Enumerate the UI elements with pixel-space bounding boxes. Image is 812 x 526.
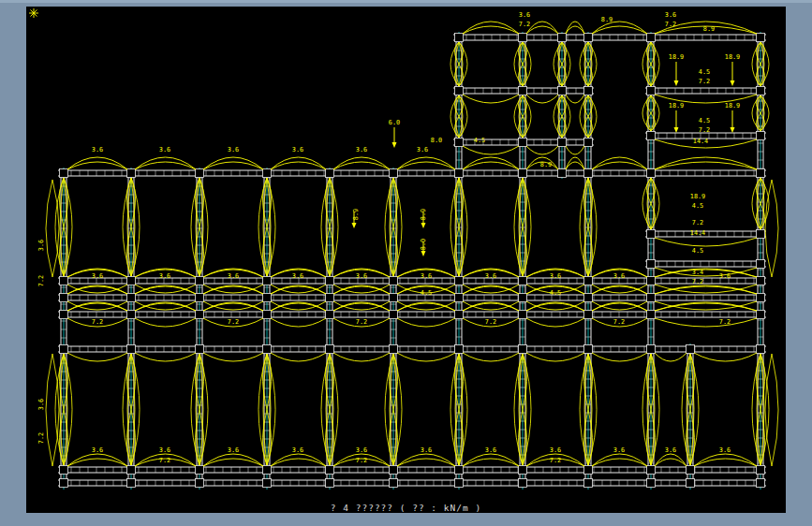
window-frame-edge — [0, 0, 812, 3]
drawing-canvas[interactable] — [26, 7, 786, 513]
cad-viewer-window: { "frame": { "bg": "#7d93aa", "canvas_bg… — [0, 0, 812, 526]
drawing-caption: ? 4 ?????? ( ?? : kN/m ) — [26, 503, 786, 513]
